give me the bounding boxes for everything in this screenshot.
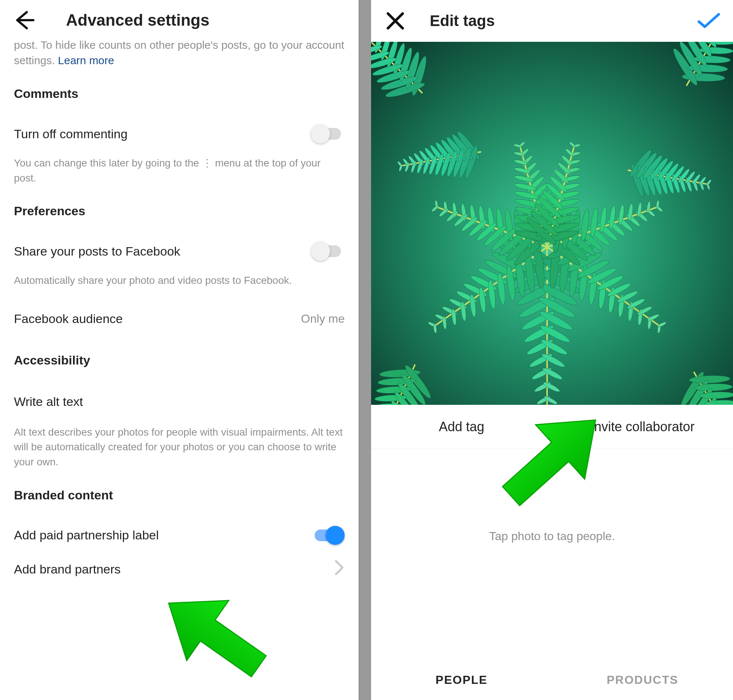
svg-point-73 [626, 297, 646, 310]
panel-divider [359, 0, 371, 700]
page-title: Advanced settings [66, 11, 209, 29]
share-facebook-row: Share your posts to Facebook [14, 237, 345, 266]
add-brand-partners-label: Add brand partners [14, 562, 121, 576]
right-header: Edit tags [371, 0, 733, 42]
advanced-settings-panel: Advanced settings post. To hide like cou… [0, 0, 359, 700]
svg-point-104 [431, 204, 439, 213]
svg-point-259 [694, 383, 733, 392]
paid-partnership-row: Add paid partnership label [14, 521, 345, 550]
section-accessibility-heading: Accessibility [14, 353, 345, 368]
turn-off-commenting-row: Turn off commenting [14, 119, 345, 149]
annotation-arrow-left [143, 576, 283, 697]
facebook-audience-label: Facebook audience [14, 312, 123, 326]
tag-actions-row: Add tag Invite collaborator [371, 405, 733, 449]
svg-point-263 [705, 400, 733, 405]
turn-off-commenting-desc: You can change this later by going to th… [14, 156, 345, 185]
facebook-audience-row[interactable]: Facebook audience Only me [14, 303, 345, 335]
close-icon[interactable] [384, 9, 407, 32]
facebook-audience-value: Only me [301, 312, 345, 326]
learn-more-link[interactable]: Learn more [58, 54, 114, 66]
confirm-check-icon[interactable] [697, 9, 721, 32]
svg-point-214 [705, 42, 733, 45]
back-arrow-icon[interactable] [11, 7, 37, 33]
invite-collaborator-button[interactable]: Invite collaborator [552, 405, 733, 449]
add-tag-button[interactable]: Add tag [371, 405, 552, 449]
share-facebook-label: Share your posts to Facebook [14, 244, 180, 259]
svg-point-302 [405, 162, 410, 172]
add-brand-partners-row[interactable]: Add brand partners [14, 550, 345, 588]
tap-photo-hint: Tap photo to tag people. [371, 449, 733, 543]
share-facebook-desc: Automatically share your photo and video… [14, 273, 345, 288]
turn-off-commenting-toggle[interactable] [311, 124, 345, 143]
section-branded-heading: Branded content [14, 488, 345, 502]
write-alt-text-row[interactable]: Write alt text [14, 386, 345, 418]
bottom-tabs: PEOPLE PRODUCTS [371, 660, 733, 700]
edit-tags-panel: Edit tags [371, 0, 733, 700]
svg-point-239 [373, 403, 403, 405]
like-count-desc: post. To hide like counts on other peopl… [14, 37, 345, 68]
left-content: post. To hide like counts on other peopl… [0, 37, 359, 588]
paid-partnership-label: Add paid partnership label [14, 528, 159, 542]
section-comments-heading: Comments [14, 87, 345, 101]
tagged-photo[interactable] [371, 42, 733, 405]
tab-products[interactable]: PRODUCTS [552, 660, 733, 700]
share-facebook-toggle[interactable] [311, 242, 345, 261]
section-preferences-heading: Preferences [14, 204, 345, 218]
turn-off-commenting-label: Turn off commenting [14, 127, 128, 141]
svg-point-257 [689, 375, 730, 384]
left-header: Advanced settings [0, 0, 359, 40]
svg-marker-0 [148, 576, 280, 696]
write-alt-text-label: Write alt text [14, 394, 83, 409]
chevron-right-icon [334, 560, 345, 579]
paid-partnership-toggle[interactable] [311, 526, 345, 545]
tab-people[interactable]: PEOPLE [371, 660, 552, 700]
edit-tags-title: Edit tags [430, 12, 495, 30]
write-alt-text-desc: Alt text describes your photos for peopl… [14, 425, 345, 470]
